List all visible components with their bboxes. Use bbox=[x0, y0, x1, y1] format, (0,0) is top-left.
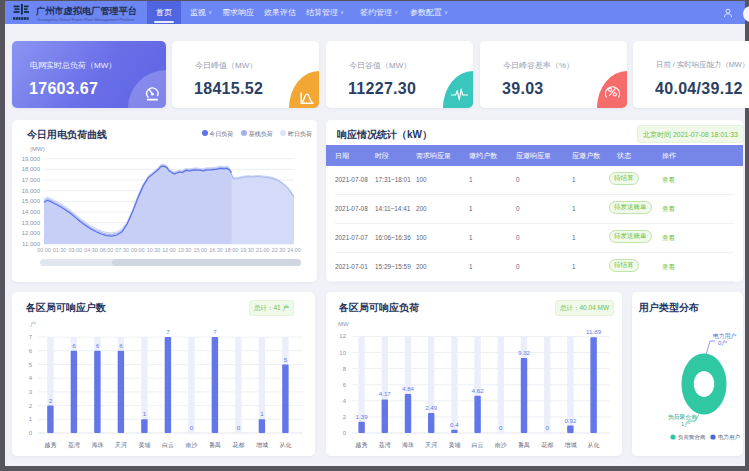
svg-text:01:30: 01:30 bbox=[53, 247, 67, 253]
svg-text:6: 6 bbox=[343, 382, 347, 388]
svg-text:番禺: 番禺 bbox=[518, 441, 530, 449]
svg-text:04:30: 04:30 bbox=[84, 247, 98, 253]
svg-text:12: 12 bbox=[339, 333, 346, 339]
svg-text:12,000: 12,000 bbox=[22, 230, 41, 236]
svg-text:1: 1 bbox=[29, 416, 33, 422]
svg-text:06:00: 06:00 bbox=[100, 247, 114, 253]
svg-text:16:30: 16:30 bbox=[209, 247, 223, 253]
svg-text:2: 2 bbox=[49, 397, 53, 404]
svg-text:番禺: 番禺 bbox=[209, 441, 221, 449]
svg-text:花都: 花都 bbox=[232, 442, 244, 449]
svg-text:1: 1 bbox=[260, 410, 264, 417]
svg-text:6: 6 bbox=[96, 342, 100, 349]
svg-text:4.62: 4.62 bbox=[472, 387, 485, 394]
svg-text:07:30: 07:30 bbox=[115, 247, 129, 253]
svg-text:22:30: 22:30 bbox=[272, 247, 286, 253]
svg-text:7: 7 bbox=[29, 334, 33, 340]
svg-text:越秀: 越秀 bbox=[44, 441, 56, 449]
svg-text:10: 10 bbox=[339, 350, 346, 356]
svg-text:14,000: 14,000 bbox=[22, 209, 41, 215]
svg-text:0: 0 bbox=[499, 424, 503, 431]
svg-text:24:00: 24:00 bbox=[287, 247, 301, 253]
svg-text:4.17: 4.17 bbox=[379, 390, 392, 397]
svg-text:0.4: 0.4 bbox=[450, 421, 459, 428]
svg-text:荔湾: 荔湾 bbox=[379, 441, 391, 449]
svg-text:0: 0 bbox=[29, 430, 33, 436]
svg-text:从化: 从化 bbox=[588, 442, 600, 449]
svg-text:2: 2 bbox=[343, 414, 347, 420]
svg-text:4.84: 4.84 bbox=[402, 385, 415, 392]
svg-text:1: 1 bbox=[143, 410, 147, 417]
svg-text:0: 0 bbox=[545, 424, 549, 431]
svg-text:南沙: 南沙 bbox=[495, 442, 507, 448]
svg-text:1户: 1户 bbox=[681, 420, 690, 427]
svg-text:0: 0 bbox=[237, 424, 241, 431]
svg-text:4: 4 bbox=[29, 375, 33, 381]
svg-text:7: 7 bbox=[213, 328, 217, 335]
svg-text:黄埔: 黄埔 bbox=[448, 442, 460, 448]
svg-text:2.49: 2.49 bbox=[425, 404, 438, 411]
svg-text:负荷聚合商: 负荷聚合商 bbox=[678, 434, 706, 441]
svg-text:7: 7 bbox=[166, 328, 170, 335]
svg-text:8: 8 bbox=[343, 366, 347, 372]
svg-text:5: 5 bbox=[284, 356, 288, 363]
svg-text:海珠: 海珠 bbox=[91, 442, 103, 448]
svg-text:10:30: 10:30 bbox=[147, 247, 161, 253]
svg-text:(MW): (MW) bbox=[30, 146, 45, 152]
svg-text:0户: 0户 bbox=[718, 339, 727, 346]
svg-text:09:00: 09:00 bbox=[131, 247, 145, 253]
svg-text:白云: 白云 bbox=[162, 442, 174, 449]
svg-text:5: 5 bbox=[29, 362, 33, 368]
svg-text:15:00: 15:00 bbox=[194, 247, 208, 253]
svg-text:1.39: 1.39 bbox=[356, 413, 369, 420]
svg-text:13:30: 13:30 bbox=[178, 247, 192, 253]
svg-text:18:00: 18:00 bbox=[225, 247, 239, 253]
svg-text:03:00: 03:00 bbox=[69, 247, 83, 253]
svg-text:海珠: 海珠 bbox=[402, 442, 414, 448]
svg-text:增城: 增城 bbox=[256, 442, 268, 449]
svg-text:从化: 从化 bbox=[279, 442, 291, 449]
svg-text:白云: 白云 bbox=[472, 442, 484, 449]
svg-text:2: 2 bbox=[29, 403, 33, 409]
svg-text:0: 0 bbox=[190, 424, 194, 431]
svg-text:16,000: 16,000 bbox=[22, 188, 41, 194]
svg-text:15,000: 15,000 bbox=[22, 198, 41, 204]
svg-text:电力用户: 电力用户 bbox=[713, 332, 736, 340]
svg-text:11.89: 11.89 bbox=[586, 328, 602, 335]
svg-text:花都: 花都 bbox=[541, 442, 553, 449]
svg-text:0: 0 bbox=[343, 430, 347, 436]
svg-text:21:00: 21:00 bbox=[256, 247, 270, 253]
svg-text:天河: 天河 bbox=[115, 442, 127, 448]
svg-text:电力用户: 电力用户 bbox=[718, 434, 740, 441]
svg-text:9.32: 9.32 bbox=[518, 349, 531, 356]
svg-text:黄埔: 黄埔 bbox=[138, 442, 150, 448]
svg-text:天河: 天河 bbox=[425, 442, 437, 448]
svg-text:00:00: 00:00 bbox=[37, 247, 51, 253]
svg-text:增城: 增城 bbox=[564, 442, 576, 449]
svg-text:荔湾: 荔湾 bbox=[68, 441, 80, 449]
svg-text:6: 6 bbox=[29, 348, 33, 354]
svg-text:越秀: 越秀 bbox=[356, 441, 368, 449]
svg-text:户: 户 bbox=[30, 320, 36, 327]
svg-text:6: 6 bbox=[72, 342, 76, 349]
svg-text:19,000: 19,000 bbox=[22, 156, 41, 162]
svg-text:南沙: 南沙 bbox=[185, 442, 197, 448]
svg-text:3: 3 bbox=[29, 389, 33, 395]
svg-text:18,000: 18,000 bbox=[22, 166, 41, 172]
svg-text:MW: MW bbox=[338, 321, 349, 327]
svg-text:13,000: 13,000 bbox=[22, 220, 41, 226]
svg-text:负荷聚合商: 负荷聚合商 bbox=[668, 413, 697, 420]
svg-text:19:30: 19:30 bbox=[240, 247, 254, 253]
svg-text:6: 6 bbox=[119, 342, 123, 349]
svg-text:12:00: 12:00 bbox=[162, 247, 176, 253]
svg-text:17,000: 17,000 bbox=[22, 177, 41, 183]
svg-text:0.92: 0.92 bbox=[564, 417, 577, 424]
svg-text:4: 4 bbox=[343, 398, 347, 404]
